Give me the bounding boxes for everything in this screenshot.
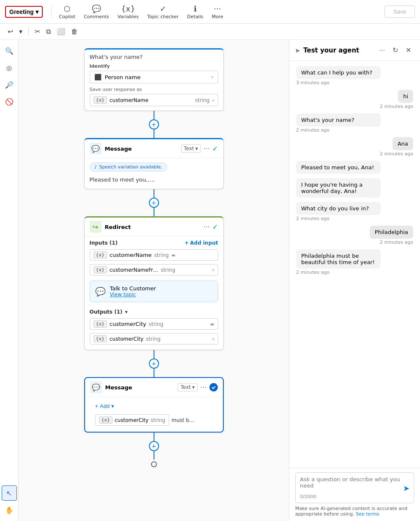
comments-button[interactable]: 💬 Comments: [80, 3, 113, 21]
toolbar: Greeting ▾ ⬡ Copilot 💬 Comments {x} Vari…: [0, 0, 420, 24]
connector-end: +: [44, 433, 264, 469]
chat-send-button[interactable]: ➤: [403, 484, 409, 493]
output-row-1: {x} customerCity string =: [85, 317, 223, 331]
variables-button[interactable]: {x} Variables: [113, 3, 143, 21]
chevron-down-icon: ▾: [36, 8, 38, 15]
save-response-label: Save user response as: [90, 87, 218, 92]
see-terms-link[interactable]: See terms: [356, 511, 379, 517]
add-input-button[interactable]: + Add input: [184, 240, 218, 246]
output-row-1-inner[interactable]: {x} customerCity string =: [90, 318, 218, 330]
chat-input[interactable]: [300, 476, 401, 493]
talk-info: Talk to Customer View topic: [110, 285, 156, 298]
input-row-1-inner[interactable]: {x} customerName string =: [90, 249, 218, 261]
output-row-2-inner[interactable]: {x} customerCity string ›: [90, 333, 218, 345]
message-node-2-check: [209, 383, 218, 391]
plus-icon: +: [184, 240, 189, 246]
zoom-out-button[interactable]: 🔎: [2, 77, 17, 92]
canvas-area[interactable]: What's your name? Identify ⬛ Person name…: [19, 40, 289, 521]
connector-2: +: [44, 189, 264, 216]
message-node-1-controls: Text ▾ ··· ✓: [181, 144, 218, 153]
talk-icon: 💬: [95, 287, 106, 297]
chat-bubble-left-7: What city do you live in?: [296, 202, 381, 215]
text-dropdown-arrow-2: ▾: [192, 384, 195, 390]
panel-close-button[interactable]: ✕: [404, 45, 413, 55]
panel-more-button[interactable]: ···: [377, 45, 387, 55]
right-panel-title: Test your agent: [303, 47, 373, 54]
message-node-1-title: Message: [105, 146, 178, 152]
output-row-2-arrow: ›: [212, 336, 214, 342]
text-dropdown-arrow-1: ▾: [195, 146, 198, 152]
target-button[interactable]: ◎: [2, 60, 17, 75]
talk-box[interactable]: 💬 Talk to Customer View topic: [90, 281, 218, 302]
redirect-node-menu[interactable]: ···: [203, 223, 210, 231]
end-circle: [151, 461, 157, 467]
topic-checker-button[interactable]: ✓ Topic checker: [143, 3, 183, 21]
speech-icon: ♪: [94, 164, 97, 170]
chat-time-9: 2 minutes ago: [296, 270, 413, 275]
add-node-button-end[interactable]: +: [149, 441, 159, 451]
add-node-button-2[interactable]: +: [149, 198, 159, 208]
output-type-2: string: [146, 336, 210, 342]
chat-bubble-left-3: What's your name?: [296, 113, 381, 127]
chat-time-1: 3 minutes ago: [296, 80, 413, 85]
redirect-node: ↪ Redirect ··· ✓ Inputs (1) + Add input …: [84, 216, 224, 350]
undo-button[interactable]: ↩: [5, 26, 16, 37]
add-node-button-1[interactable]: +: [149, 119, 159, 130]
message-node-2-menu[interactable]: ···: [200, 383, 206, 391]
person-icon: ⬛: [94, 74, 102, 80]
text-dropdown-1[interactable]: Text ▾: [181, 144, 201, 153]
add-node-button-3[interactable]: +: [149, 358, 159, 369]
redirect-icon: ↪: [90, 221, 102, 233]
chip-var[interactable]: {x} customerCity string: [95, 414, 169, 426]
panel-refresh-button[interactable]: ↻: [390, 45, 400, 55]
talk-title: Talk to Customer: [110, 285, 156, 292]
hand-button[interactable]: ✋: [2, 502, 17, 518]
save-response-row[interactable]: {x} customerName string ›: [90, 94, 218, 106]
undo-dropdown-button[interactable]: ▾: [16, 26, 25, 37]
chat-input-inner: ➤: [300, 476, 409, 493]
chip-row: {x} customerCity string must b…: [90, 413, 218, 427]
input-row-2-inner[interactable]: {x} customerNameFr… string ›: [90, 264, 218, 276]
view-topic-link[interactable]: View topic: [110, 292, 156, 298]
chat-time-3: 2 minutes ago: [296, 127, 413, 133]
copilot-button[interactable]: ⬡ Copilot: [55, 3, 80, 21]
input-var-2: customerNameFr…: [110, 267, 158, 273]
message-node-1-menu[interactable]: ···: [203, 145, 210, 153]
chat-msg-8: Philadelphia 2 minutes ago: [296, 226, 413, 245]
text-label-2: Text: [181, 384, 191, 390]
chat-msg-6: I hope you're having a wonderful day, An…: [296, 178, 413, 198]
chat-input-box: ➤ 0/2000: [295, 472, 414, 503]
details-button[interactable]: ℹ Details: [183, 3, 207, 21]
add-button[interactable]: + Add ▾: [95, 403, 115, 409]
paste-button[interactable]: ⬜: [54, 26, 68, 37]
message-node-1-header: 💬 Message Text ▾ ··· ✓: [85, 139, 223, 158]
delete-button[interactable]: 🗑: [69, 26, 80, 37]
message-node-1-body: ♪ Speech variation available. Pleased to…: [85, 158, 223, 189]
outputs-label: Outputs (1): [90, 309, 123, 315]
copy-button[interactable]: ⧉: [44, 26, 53, 37]
outputs-header: Outputs (1) ▾: [85, 306, 223, 317]
connector-1: +: [44, 111, 264, 138]
cursor-button[interactable]: ↖: [2, 485, 17, 501]
identify-row[interactable]: ⬛ Person name ›: [90, 71, 218, 83]
cut-button[interactable]: ✂: [32, 26, 43, 37]
save-button[interactable]: Save: [384, 6, 415, 18]
output-var-badge-2: {x}: [93, 335, 107, 342]
var-badge: {x}: [93, 96, 107, 104]
greeting-button[interactable]: Greeting ▾: [5, 6, 43, 18]
chat-msg-9: Philadelphia must be beautiful this time…: [296, 249, 413, 275]
variables-icon: {x}: [121, 4, 135, 13]
chat-time-8: 2 minutes ago: [380, 240, 413, 245]
redirect-node-check: ✓: [212, 223, 218, 231]
eq-sign-1: =: [171, 252, 176, 258]
zoom-in-button[interactable]: 🔍: [2, 43, 17, 58]
text-dropdown-2[interactable]: Text ▾: [178, 383, 198, 391]
more-button[interactable]: ··· More: [207, 3, 227, 21]
message-node-2: 💬 Message Text ▾ ··· + A: [84, 377, 224, 433]
message-node-1: 💬 Message Text ▾ ··· ✓ ♪ Speech variatio…: [84, 138, 224, 189]
input-row-1: {x} customerName string =: [85, 248, 223, 262]
block-button[interactable]: 🚫: [2, 94, 17, 109]
connector-line: [154, 350, 154, 358]
identify-value: Person name: [105, 74, 208, 80]
message-node-2-body: + Add ▾ {x} customerCity string must b…: [85, 397, 223, 432]
